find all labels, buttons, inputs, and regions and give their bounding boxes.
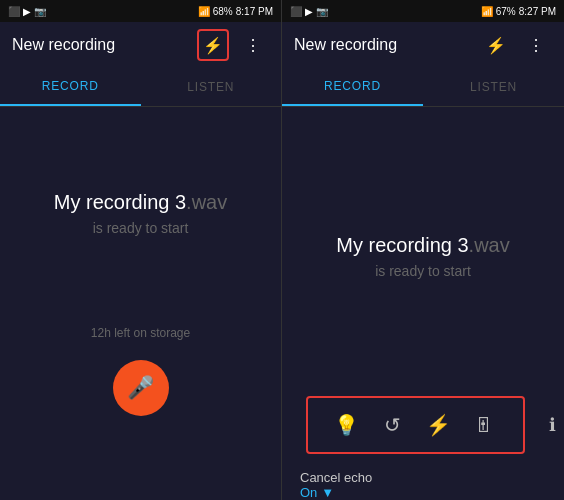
- tabs-right: RECORD LISTEN: [282, 68, 564, 107]
- flash-button-right[interactable]: ⚡: [480, 29, 512, 61]
- info-icon[interactable]: ℹ: [549, 414, 556, 436]
- battery-right: 67%: [496, 6, 516, 17]
- dropdown-arrow-icon: ▼: [321, 485, 334, 500]
- tab-listen-left[interactable]: LISTEN: [141, 68, 282, 106]
- app-bar-icons-left: ⚡ ⋮: [197, 29, 269, 61]
- toolbar-effect-icon[interactable]: ⚡: [419, 406, 457, 444]
- time-right: 8:27 PM: [519, 6, 556, 17]
- status-left-icons-right: ⬛ ▶ 📷: [290, 6, 328, 17]
- time-left: 8:17 PM: [236, 6, 273, 17]
- tabs-left: RECORD LISTEN: [0, 68, 281, 107]
- panel-left: ⬛ ▶ 📷 📶 68% 8:17 PM New recording ⚡ ⋮ RE…: [0, 0, 282, 500]
- notification-icons-right: ⬛ ▶ 📷: [290, 6, 328, 17]
- main-content-left: My recording 3.wav is ready to start 12h…: [0, 107, 281, 500]
- app-title-left: New recording: [12, 36, 115, 54]
- status-left-icons: ⬛ ▶ 📷: [8, 6, 46, 17]
- notification-icons: ⬛ ▶ 📷: [8, 6, 46, 17]
- recording-subtitle-right: is ready to start: [375, 263, 471, 279]
- more-options-button-right[interactable]: ⋮: [520, 29, 552, 61]
- record-button[interactable]: 🎤: [113, 360, 169, 416]
- recording-filename-left: My recording 3: [54, 191, 186, 213]
- battery-left: 68%: [213, 6, 233, 17]
- panel-right: ⬛ ▶ 📷 📶 67% 8:27 PM New recording ⚡ ⋮ RE…: [282, 0, 564, 500]
- app-bar-left: New recording ⚡ ⋮: [0, 22, 281, 68]
- toolbar-light-icon[interactable]: 💡: [328, 406, 366, 444]
- more-options-button[interactable]: ⋮: [237, 29, 269, 61]
- cancel-echo-label: Cancel echo: [300, 470, 546, 485]
- toolbar-levels-icon[interactable]: 🎚: [465, 406, 503, 444]
- status-right-info-right: 📶 67% 8:27 PM: [481, 6, 556, 17]
- tab-record-left[interactable]: RECORD: [0, 68, 141, 106]
- mic-icon: 🎤: [127, 375, 154, 401]
- status-bar-right: ⬛ ▶ 📷 📶 67% 8:27 PM: [282, 0, 564, 22]
- storage-info: 12h left on storage: [91, 326, 190, 340]
- recording-title-right: My recording 3.wav: [336, 234, 509, 257]
- recording-ext-right: .wav: [469, 234, 510, 256]
- recording-ext-left: .wav: [186, 191, 227, 213]
- app-bar-icons-right: ⚡ ⋮: [480, 29, 552, 61]
- app-bar-right: New recording ⚡ ⋮: [282, 22, 564, 68]
- cancel-echo-value[interactable]: On ▼: [300, 485, 546, 500]
- recording-subtitle-left: is ready to start: [93, 220, 189, 236]
- app-title-right: New recording: [294, 36, 397, 54]
- toolbar-undo-icon[interactable]: ↺: [374, 406, 412, 444]
- recording-title-left: My recording 3.wav: [54, 191, 227, 214]
- status-bar-left: ⬛ ▶ 📷 📶 68% 8:17 PM: [0, 0, 281, 22]
- flash-button[interactable]: ⚡: [197, 29, 229, 61]
- recording-filename-right: My recording 3: [336, 234, 468, 256]
- signal-icon-right: 📶: [481, 6, 493, 17]
- main-content-right: My recording 3.wav is ready to start: [282, 107, 564, 436]
- signal-icon: 📶: [198, 6, 210, 17]
- tab-listen-right[interactable]: LISTEN: [423, 68, 564, 106]
- status-right-info: 📶 68% 8:17 PM: [198, 6, 273, 17]
- toolbar-row: 💡 ↺ ⚡ 🎚: [306, 396, 525, 454]
- cancel-echo-section: Cancel echo On ▼: [282, 462, 564, 500]
- tab-record-right[interactable]: RECORD: [282, 68, 423, 106]
